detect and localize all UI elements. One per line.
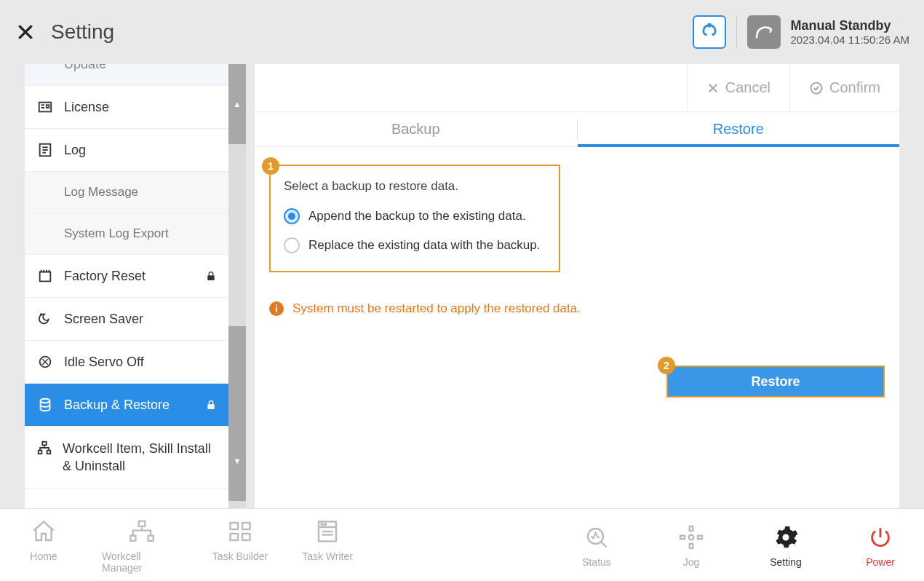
factory-reset-icon <box>36 268 54 284</box>
tab-backup[interactable]: Backup <box>255 112 577 146</box>
svg-point-43 <box>783 534 789 540</box>
callout-badge-1: 1 <box>262 157 279 175</box>
svg-rect-27 <box>242 523 250 529</box>
lock-icon <box>205 399 217 411</box>
svg-rect-18 <box>39 451 42 454</box>
workcell-install-icon <box>36 440 52 456</box>
svg-rect-28 <box>231 534 239 540</box>
restore-options-callout: 1 Select a backup to restore data. Appen… <box>269 165 560 272</box>
svg-rect-19 <box>47 451 51 454</box>
status-text: Manual Standby 2023.04.04 11:50:26 AM <box>791 18 909 46</box>
screen-saver-icon <box>36 311 54 327</box>
backup-restore-icon <box>36 397 54 413</box>
divider <box>736 16 737 48</box>
bottom-nav: Home Workcell Manager Task Builder Task … <box>0 508 924 581</box>
power-icon <box>868 523 893 552</box>
svg-rect-11 <box>207 275 214 280</box>
cancel-button[interactable]: Cancel <box>687 64 789 111</box>
nav-task-writer[interactable]: Task Writer <box>298 517 357 574</box>
home-icon <box>31 517 57 546</box>
svg-point-38 <box>689 534 694 540</box>
idle-servo-icon <box>36 354 54 370</box>
svg-rect-23 <box>139 521 146 526</box>
scroll-thumb-lower[interactable]: ▼ <box>228 326 246 501</box>
task-writer-icon <box>314 517 340 546</box>
restore-button[interactable]: 2 Restore <box>666 365 885 398</box>
nav-status[interactable]: Status <box>567 523 626 568</box>
nav-right-group: Status Jog Setting Power <box>567 523 909 568</box>
svg-rect-40 <box>690 544 693 548</box>
status-time: 2023.04.04 11:50:26 AM <box>791 33 909 46</box>
nav-power[interactable]: Power <box>851 523 909 568</box>
close-icon[interactable] <box>15 21 36 43</box>
sidebar-item-update[interactable]: Update <box>25 64 228 86</box>
info-icon: i <box>269 301 284 316</box>
svg-point-34 <box>321 523 322 525</box>
header: Setting Manual Standby 2023.04.04 11:50:… <box>0 0 924 64</box>
svg-rect-24 <box>130 535 135 540</box>
sidebar-scrollbar[interactable]: ▲ ▼ <box>228 64 246 508</box>
sidebar-item-log-message[interactable]: Log Message <box>25 172 228 213</box>
nav-home[interactable]: Home <box>15 517 73 574</box>
lock-icon <box>205 270 217 282</box>
restore-instructions: Select a backup to restore data. <box>284 179 546 194</box>
svg-point-35 <box>324 523 326 525</box>
callout-badge-2: 2 <box>658 357 675 374</box>
svg-rect-17 <box>42 442 47 446</box>
svg-point-36 <box>588 529 603 544</box>
sidebar-item-log[interactable]: Log <box>25 129 228 172</box>
tabs: Backup Restore <box>255 112 899 147</box>
sidebar-wrap: Update License Log Log Message System Lo… <box>0 64 247 508</box>
sidebar-item-license[interactable]: License <box>25 86 228 129</box>
scroll-up-arrow-icon: ▲ <box>228 96 246 112</box>
close-icon <box>706 82 720 95</box>
sidebar-item-system-log-export[interactable]: System Log Export <box>25 213 228 255</box>
header-right: Manual Standby 2023.04.04 11:50:26 AM <box>693 15 909 49</box>
svg-rect-26 <box>231 523 239 529</box>
svg-rect-6 <box>47 105 49 108</box>
log-icon <box>36 142 54 158</box>
svg-rect-41 <box>680 535 685 539</box>
svg-rect-25 <box>148 535 154 540</box>
jog-icon <box>678 523 704 552</box>
sidebar-item-factory-reset[interactable]: Factory Reset <box>25 255 228 298</box>
confirm-button[interactable]: Confirm <box>789 64 899 111</box>
restore-panel: 1 Select a backup to restore data. Appen… <box>255 147 899 333</box>
status-icon <box>584 523 610 552</box>
task-builder-icon <box>227 517 253 546</box>
scroll-down-arrow-icon: ▼ <box>228 453 246 469</box>
content-wrap: Cancel Confirm Backup Restore 1 Select a… <box>247 64 924 508</box>
status-title: Manual Standby <box>791 18 909 33</box>
radio-append[interactable]: Append the backup to the existing data. <box>284 208 546 224</box>
svg-rect-39 <box>690 526 693 531</box>
sidebar-item-backup-restore[interactable]: Backup & Restore <box>25 384 228 427</box>
svg-line-37 <box>601 542 607 548</box>
main: Update License Log Log Message System Lo… <box>0 64 924 508</box>
gear-icon <box>773 523 799 552</box>
action-bar: Cancel Confirm <box>255 64 899 112</box>
content: Cancel Confirm Backup Restore 1 Select a… <box>255 64 899 508</box>
nav-setting[interactable]: Setting <box>757 523 815 568</box>
page-title: Setting <box>51 20 114 44</box>
workcell-manager-icon <box>127 517 156 546</box>
svg-point-15 <box>41 399 50 403</box>
sidebar-item-workcell-install[interactable]: Workcell Item, Skill Install & Uninstall <box>25 427 228 489</box>
svg-point-2 <box>708 24 710 26</box>
tab-restore[interactable]: Restore <box>578 112 900 146</box>
svg-rect-16 <box>207 404 214 409</box>
robot-mode-icon[interactable] <box>693 15 726 49</box>
radio-icon <box>284 208 300 224</box>
svg-rect-42 <box>698 535 702 539</box>
license-icon <box>36 99 54 115</box>
nav-jog[interactable]: Jog <box>662 523 720 568</box>
sidebar-item-screen-saver[interactable]: Screen Saver <box>25 298 228 341</box>
radio-replace[interactable]: Replace the existing data with the backu… <box>284 237 546 253</box>
nav-workcell-manager[interactable]: Workcell Manager <box>102 517 182 574</box>
manual-mode-icon[interactable] <box>747 15 781 49</box>
nav-left-group: Home Workcell Manager Task Builder Task … <box>15 517 357 574</box>
restore-button-wrap: 2 Restore <box>666 365 885 398</box>
scroll-thumb-upper[interactable]: ▲ <box>228 64 246 144</box>
check-circle-icon <box>809 81 824 95</box>
sidebar-item-idle-servo-off[interactable]: Idle Servo Off <box>25 341 228 384</box>
nav-task-builder[interactable]: Task Builder <box>211 517 269 574</box>
